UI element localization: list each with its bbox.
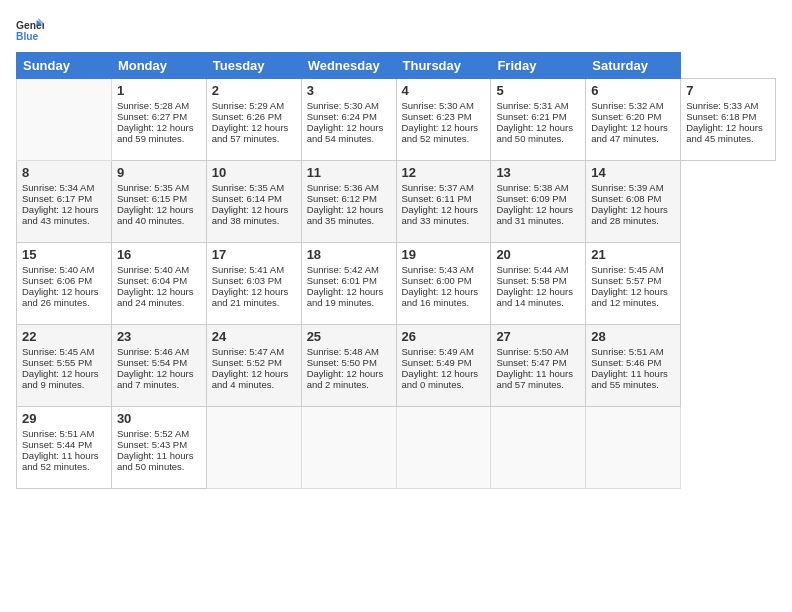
calendar-cell: 6Sunrise: 5:32 AMSunset: 6:20 PMDaylight… bbox=[586, 79, 681, 161]
calendar-cell: 13Sunrise: 5:38 AMSunset: 6:09 PMDayligh… bbox=[491, 161, 586, 243]
day-info-line: Sunset: 6:24 PM bbox=[307, 111, 391, 122]
day-info-line: Sunset: 5:57 PM bbox=[591, 275, 675, 286]
day-info-line: Sunset: 6:09 PM bbox=[496, 193, 580, 204]
day-info-line: Sunset: 6:23 PM bbox=[402, 111, 486, 122]
calendar-cell: 18Sunrise: 5:42 AMSunset: 6:01 PMDayligh… bbox=[301, 243, 396, 325]
day-info-line: Daylight: 12 hours bbox=[117, 122, 201, 133]
calendar-cell: 26Sunrise: 5:49 AMSunset: 5:49 PMDayligh… bbox=[396, 325, 491, 407]
day-info-line: Sunset: 6:14 PM bbox=[212, 193, 296, 204]
day-info-line: Daylight: 12 hours bbox=[591, 286, 675, 297]
day-info-line: Daylight: 12 hours bbox=[212, 204, 296, 215]
day-info-line: Daylight: 12 hours bbox=[686, 122, 770, 133]
calendar-week-3: 15Sunrise: 5:40 AMSunset: 6:06 PMDayligh… bbox=[17, 243, 776, 325]
calendar-cell: 21Sunrise: 5:45 AMSunset: 5:57 PMDayligh… bbox=[586, 243, 681, 325]
calendar-week-5: 29Sunrise: 5:51 AMSunset: 5:44 PMDayligh… bbox=[17, 407, 776, 489]
day-header-sunday: Sunday bbox=[17, 53, 112, 79]
calendar-cell: 14Sunrise: 5:39 AMSunset: 6:08 PMDayligh… bbox=[586, 161, 681, 243]
day-info-line: Sunrise: 5:47 AM bbox=[212, 346, 296, 357]
day-info-line: Sunrise: 5:36 AM bbox=[307, 182, 391, 193]
day-info-line: Daylight: 12 hours bbox=[212, 368, 296, 379]
day-info-line: Daylight: 12 hours bbox=[496, 204, 580, 215]
day-info-line: Sunset: 5:52 PM bbox=[212, 357, 296, 368]
day-info-line: Sunrise: 5:28 AM bbox=[117, 100, 201, 111]
day-info-line: Sunrise: 5:46 AM bbox=[117, 346, 201, 357]
day-info-line: and 47 minutes. bbox=[591, 133, 675, 144]
day-info-line: and 16 minutes. bbox=[402, 297, 486, 308]
day-info-line: and 24 minutes. bbox=[117, 297, 201, 308]
day-info-line: Sunset: 6:12 PM bbox=[307, 193, 391, 204]
day-number: 1 bbox=[117, 83, 201, 98]
day-info-line: and 4 minutes. bbox=[212, 379, 296, 390]
day-info-line: Sunrise: 5:38 AM bbox=[496, 182, 580, 193]
day-info-line: and 50 minutes. bbox=[117, 461, 201, 472]
calendar-week-1: 1Sunrise: 5:28 AMSunset: 6:27 PMDaylight… bbox=[17, 79, 776, 161]
svg-text:Blue: Blue bbox=[16, 31, 39, 42]
day-info-line: Daylight: 12 hours bbox=[402, 286, 486, 297]
day-info-line: and 57 minutes. bbox=[496, 379, 580, 390]
day-number: 9 bbox=[117, 165, 201, 180]
calendar-cell: 10Sunrise: 5:35 AMSunset: 6:14 PMDayligh… bbox=[206, 161, 301, 243]
day-info-line: Sunset: 5:49 PM bbox=[402, 357, 486, 368]
day-number: 18 bbox=[307, 247, 391, 262]
day-info-line: and 55 minutes. bbox=[591, 379, 675, 390]
day-info-line: and 33 minutes. bbox=[402, 215, 486, 226]
day-info-line: Sunset: 5:43 PM bbox=[117, 439, 201, 450]
day-info-line: Sunset: 5:50 PM bbox=[307, 357, 391, 368]
calendar-cell: 17Sunrise: 5:41 AMSunset: 6:03 PMDayligh… bbox=[206, 243, 301, 325]
empty-cell bbox=[17, 79, 112, 161]
day-info-line: Daylight: 12 hours bbox=[307, 368, 391, 379]
day-info-line: Sunrise: 5:35 AM bbox=[117, 182, 201, 193]
day-info-line: Sunset: 6:17 PM bbox=[22, 193, 106, 204]
day-number: 17 bbox=[212, 247, 296, 262]
day-info-line: and 59 minutes. bbox=[117, 133, 201, 144]
day-info-line: Daylight: 12 hours bbox=[496, 122, 580, 133]
day-info-line: and 31 minutes. bbox=[496, 215, 580, 226]
day-info-line: Sunset: 6:11 PM bbox=[402, 193, 486, 204]
day-number: 10 bbox=[212, 165, 296, 180]
day-info-line: Sunset: 6:01 PM bbox=[307, 275, 391, 286]
day-info-line: Daylight: 12 hours bbox=[22, 204, 106, 215]
page-header: General Blue bbox=[16, 16, 776, 44]
calendar-cell: 16Sunrise: 5:40 AMSunset: 6:04 PMDayligh… bbox=[111, 243, 206, 325]
calendar-cell bbox=[206, 407, 301, 489]
calendar-cell: 3Sunrise: 5:30 AMSunset: 6:24 PMDaylight… bbox=[301, 79, 396, 161]
day-number: 4 bbox=[402, 83, 486, 98]
day-info-line: Daylight: 12 hours bbox=[117, 368, 201, 379]
day-number: 19 bbox=[402, 247, 486, 262]
day-info-line: Daylight: 12 hours bbox=[117, 286, 201, 297]
calendar-cell: 7Sunrise: 5:33 AMSunset: 6:18 PMDaylight… bbox=[681, 79, 776, 161]
day-info-line: Sunrise: 5:43 AM bbox=[402, 264, 486, 275]
day-info-line: Sunset: 6:20 PM bbox=[591, 111, 675, 122]
calendar-cell: 25Sunrise: 5:48 AMSunset: 5:50 PMDayligh… bbox=[301, 325, 396, 407]
day-number: 14 bbox=[591, 165, 675, 180]
day-info-line: Sunset: 6:00 PM bbox=[402, 275, 486, 286]
day-info-line: and 43 minutes. bbox=[22, 215, 106, 226]
calendar-table: SundayMondayTuesdayWednesdayThursdayFrid… bbox=[16, 52, 776, 489]
day-info-line: Sunset: 6:21 PM bbox=[496, 111, 580, 122]
day-info-line: and 12 minutes. bbox=[591, 297, 675, 308]
calendar-cell: 1Sunrise: 5:28 AMSunset: 6:27 PMDaylight… bbox=[111, 79, 206, 161]
day-header-monday: Monday bbox=[111, 53, 206, 79]
day-info-line: Sunrise: 5:50 AM bbox=[496, 346, 580, 357]
day-info-line: Daylight: 12 hours bbox=[402, 204, 486, 215]
day-number: 27 bbox=[496, 329, 580, 344]
day-header-tuesday: Tuesday bbox=[206, 53, 301, 79]
day-info-line: Sunset: 5:55 PM bbox=[22, 357, 106, 368]
day-info-line: and 40 minutes. bbox=[117, 215, 201, 226]
day-info-line: and 7 minutes. bbox=[117, 379, 201, 390]
calendar-cell: 30Sunrise: 5:52 AMSunset: 5:43 PMDayligh… bbox=[111, 407, 206, 489]
day-info-line: Sunset: 6:15 PM bbox=[117, 193, 201, 204]
day-info-line: and 38 minutes. bbox=[212, 215, 296, 226]
calendar-cell: 11Sunrise: 5:36 AMSunset: 6:12 PMDayligh… bbox=[301, 161, 396, 243]
calendar-cell: 19Sunrise: 5:43 AMSunset: 6:00 PMDayligh… bbox=[396, 243, 491, 325]
day-info-line: Sunrise: 5:29 AM bbox=[212, 100, 296, 111]
day-number: 30 bbox=[117, 411, 201, 426]
calendar-header-row: SundayMondayTuesdayWednesdayThursdayFrid… bbox=[17, 53, 776, 79]
day-info-line: Sunrise: 5:45 AM bbox=[591, 264, 675, 275]
day-info-line: Sunset: 5:44 PM bbox=[22, 439, 106, 450]
day-info-line: Sunrise: 5:32 AM bbox=[591, 100, 675, 111]
day-header-saturday: Saturday bbox=[586, 53, 681, 79]
day-info-line: Sunrise: 5:35 AM bbox=[212, 182, 296, 193]
day-number: 7 bbox=[686, 83, 770, 98]
day-info-line: Sunset: 5:58 PM bbox=[496, 275, 580, 286]
